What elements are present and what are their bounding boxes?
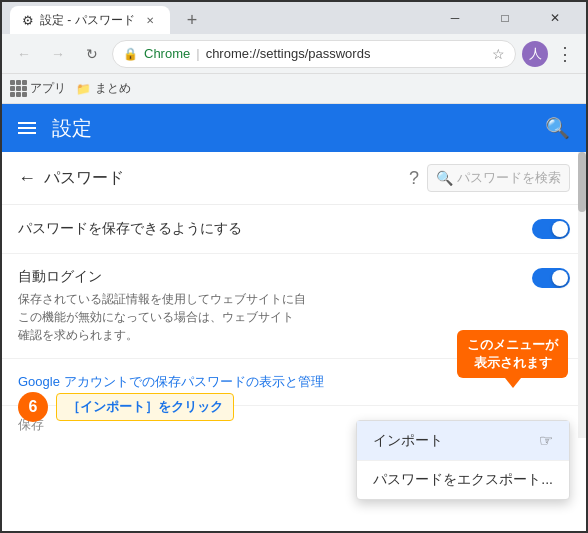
window-controls: ─ □ ✕ (432, 2, 578, 34)
folder-icon: 📁 (76, 82, 91, 96)
more-options-button[interactable]: ⋮ (552, 41, 578, 67)
save-passwords-label: パスワードを保存できるようにする (18, 220, 532, 238)
callout-annotation: このメニューが 表示されます (457, 330, 568, 378)
hamburger-menu-button[interactable] (18, 122, 36, 134)
autologin-desc-line2: この機能が無効になっている場合は、ウェブサイト (18, 310, 294, 324)
new-tab-button[interactable]: + (178, 6, 206, 34)
step-container: 6 ［インポート］をクリック (18, 392, 234, 422)
autologin-description: 保存されている認証情報を使用してウェブサイトに自 この機能が無効になっている場合… (18, 290, 520, 344)
settings-header: 設定 🔍 (2, 104, 586, 152)
help-icon[interactable]: ? (409, 168, 419, 189)
save-passwords-row: パスワードを保存できるようにする (2, 205, 586, 254)
active-tab[interactable]: ⚙ 設定 - パスワード ✕ (10, 6, 170, 34)
toolbar-buttons: 人 ⋮ (522, 41, 578, 67)
url-text: chrome://settings/passwords (206, 46, 371, 61)
step-bracket-label: ［インポート］をクリック (67, 399, 223, 414)
autologin-toggle[interactable] (532, 268, 570, 288)
gear-icon: ⚙ (22, 13, 34, 28)
tab-title: 設定 - パスワード (40, 12, 135, 29)
apps-bookmark[interactable]: アプリ (10, 80, 66, 97)
autologin-toggle-knob (552, 270, 568, 286)
title-bar: ⚙ 設定 - パスワード ✕ + ─ □ ✕ (2, 2, 586, 34)
autologin-desc-line3: 確認を求められます。 (18, 328, 138, 342)
minimize-button[interactable]: ─ (432, 2, 478, 34)
close-button[interactable]: ✕ (532, 2, 578, 34)
callout-line2: 表示されます (467, 354, 558, 372)
url-separator: | (196, 46, 199, 61)
reload-button[interactable]: ↻ (78, 40, 106, 68)
export-menu-item[interactable]: パスワードをエクスポート... (357, 461, 569, 499)
passwords-subheader: ← パスワード ? 🔍 パスワードを検索 (2, 152, 586, 205)
settings-content: ← パスワード ? 🔍 パスワードを検索 パスワードを保存できるようにする 自動… (2, 152, 586, 438)
callout-line1: このメニューが (467, 336, 558, 354)
autologin-title: 自動ログイン (18, 268, 520, 286)
autologin-text: 自動ログイン 保存されている認証情報を使用してウェブサイトに自 この機能が無効に… (18, 268, 520, 344)
passwords-title: パスワード (44, 168, 401, 189)
maximize-button[interactable]: □ (482, 2, 528, 34)
search-placeholder: パスワードを検索 (457, 169, 561, 187)
bookmarks-bar: アプリ 📁 まとめ (2, 74, 586, 104)
back-button[interactable]: ← (10, 40, 38, 68)
forward-button[interactable]: → (44, 40, 72, 68)
step-badge: 6 (18, 392, 48, 422)
export-label: パスワードをエクスポート... (373, 471, 553, 489)
autologin-desc-line1: 保存されている認証情報を使用してウェブサイトに自 (18, 292, 306, 306)
save-passwords-toggle[interactable] (532, 219, 570, 239)
toggle-knob (552, 221, 568, 237)
matome-bookmark[interactable]: 📁 まとめ (76, 80, 131, 97)
apps-label: アプリ (30, 80, 66, 97)
back-arrow-button[interactable]: ← (18, 168, 36, 189)
chrome-label: Chrome (144, 46, 190, 61)
cursor-icon: ☞ (539, 431, 553, 450)
step-instruction: ［インポート］をクリック (56, 393, 234, 421)
tab-close-button[interactable]: ✕ (142, 12, 158, 28)
lock-icon: 🔒 (123, 47, 138, 61)
url-bar[interactable]: 🔒 Chrome | chrome://settings/passwords ☆ (112, 40, 516, 68)
dropdown-menu: インポート ☞ パスワードをエクスポート... (356, 420, 570, 500)
scrollbar[interactable] (578, 152, 586, 438)
hamburger-line-3 (18, 132, 36, 134)
search-icon: 🔍 (436, 170, 453, 186)
hamburger-line-1 (18, 122, 36, 124)
import-label: インポート (373, 432, 443, 450)
header-search-icon[interactable]: 🔍 (545, 116, 570, 140)
hamburger-line-2 (18, 127, 36, 129)
scrollbar-thumb[interactable] (578, 152, 586, 212)
password-search-box[interactable]: 🔍 パスワードを検索 (427, 164, 570, 192)
bookmark-star-icon[interactable]: ☆ (492, 46, 505, 62)
tab-strip: ⚙ 設定 - パスワード ✕ + (10, 2, 206, 34)
import-menu-item[interactable]: インポート ☞ (357, 421, 569, 461)
settings-title: 設定 (52, 115, 529, 142)
address-bar: ← → ↻ 🔒 Chrome | chrome://settings/passw… (2, 34, 586, 74)
avatar[interactable]: 人 (522, 41, 548, 67)
apps-grid-icon (10, 80, 27, 97)
folder-label: まとめ (95, 80, 131, 97)
